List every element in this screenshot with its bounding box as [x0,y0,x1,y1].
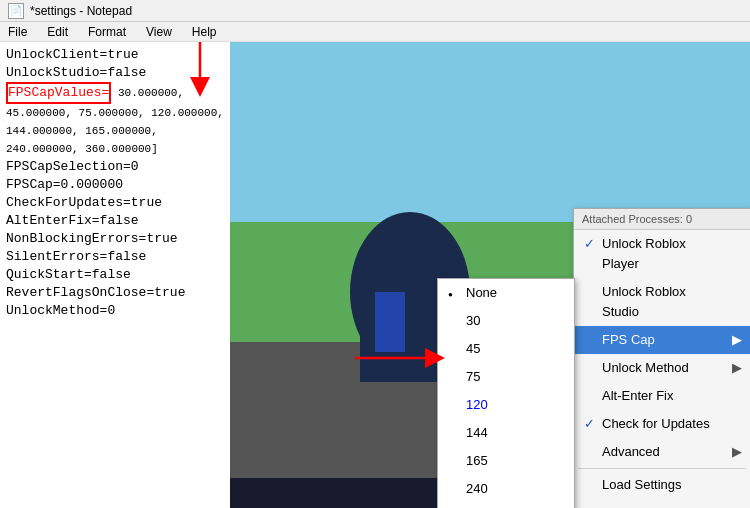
menu-file[interactable]: File [4,23,31,41]
editor-line: SilentErrors=false [6,248,224,266]
submenu-arrow-unlock: ▶ [732,358,742,378]
editor-line: AltEnterFix=false [6,212,224,230]
context-menu-fpscap: None 30 45 75 120 144 165 240 360 [437,278,575,508]
menu-item-load-settings[interactable]: Load Settings [574,471,750,499]
editor-line: FPSCap=0.000000 [6,176,224,194]
fpscap-30[interactable]: 30 [438,307,574,335]
menu-separator [578,468,746,469]
menu-format[interactable]: Format [84,23,130,41]
menu-item-unlock-player[interactable]: Unlock Roblox Player [574,230,750,278]
editor-line: QuickStart=false [6,266,224,284]
menu-item-advanced[interactable]: Advanced▶ [574,438,750,466]
menu-header: Attached Processes: 0 [574,209,750,230]
editor-line-highlight: FPSCapValues= 30.000000, 45.000000, 75.0… [6,82,224,158]
fpscap-120[interactable]: 120 [438,391,574,419]
submenu-arrow: ▶ [732,330,742,350]
menu-item-alt-enter[interactable]: Alt-Enter Fix [574,382,750,410]
submenu-arrow-advanced: ▶ [732,442,742,462]
svg-rect-5 [375,292,405,352]
menu-item-unlock-studio[interactable]: Unlock Roblox Studio [574,278,750,326]
fpscap-165[interactable]: 165 [438,447,574,475]
editor-line: UnlockMethod=0 [6,302,224,320]
context-menu-main: Attached Processes: 0 Unlock Roblox Play… [573,208,750,508]
fpscap-45[interactable]: 45 [438,335,574,363]
editor-line: NonBlockingErrors=true [6,230,224,248]
editor-line: CheckForUpdates=true [6,194,224,212]
menu-edit[interactable]: Edit [43,23,72,41]
menu-item-toggle-console[interactable]: Toggle Console [574,499,750,508]
editor[interactable]: UnlockClient=true UnlockStudio=false FPS… [0,42,230,508]
editor-line: UnlockStudio=false [6,64,224,82]
svg-rect-0 [230,42,750,222]
editor-line: RevertFlagsOnClose=true [6,284,224,302]
fpscap-144[interactable]: 144 [438,419,574,447]
menu-bar: File Edit Format View Help [0,22,750,42]
title-bar: 📄 *settings - Notepad [0,0,750,22]
menu-item-fps-cap[interactable]: FPS Cap▶ [574,326,750,354]
window-title: *settings - Notepad [30,4,132,18]
fpscap-75[interactable]: 75 [438,363,574,391]
fpscap-360[interactable]: 360 [438,503,574,508]
fpscap-none[interactable]: None [438,279,574,307]
menu-item-check-updates[interactable]: Check for Updates [574,410,750,438]
menu-help[interactable]: Help [188,23,221,41]
menu-item-unlock-method[interactable]: Unlock Method▶ [574,354,750,382]
menu-view[interactable]: View [142,23,176,41]
fpscap-240[interactable]: 240 [438,475,574,503]
editor-line: FPSCapSelection=0 [6,158,224,176]
editor-line: UnlockClient=true [6,46,224,64]
app-icon: 📄 [8,3,24,19]
